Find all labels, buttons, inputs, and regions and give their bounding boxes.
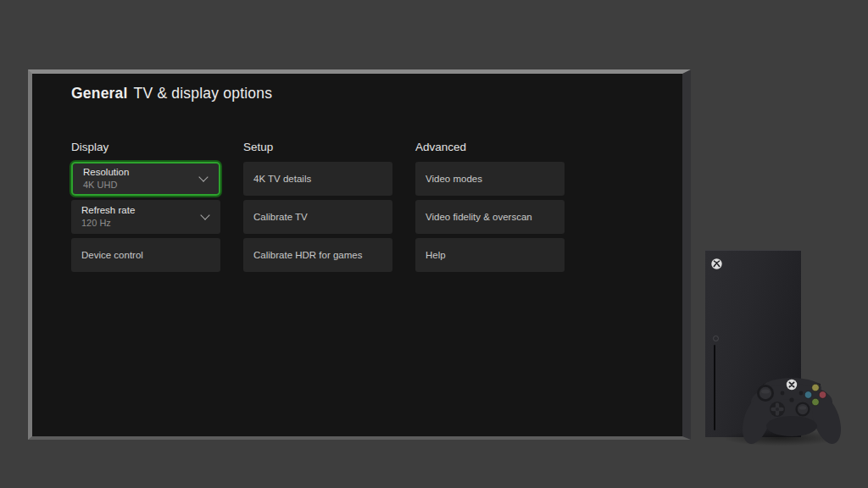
- column-advanced: Advanced Video modes Video fidelity & ov…: [415, 141, 565, 272]
- tile-label: Resolution: [83, 167, 195, 178]
- advanced-tiles: Video modes Video fidelity & overscan He…: [415, 162, 565, 272]
- console-disc-slot: [714, 345, 715, 430]
- tile-video-fidelity-overscan[interactable]: Video fidelity & overscan: [415, 200, 565, 234]
- chevron-down-icon: [198, 172, 208, 181]
- tile-value: 4K UHD: [83, 180, 195, 191]
- settings-columns: Display Resolution 4K UHD Refresh rate 1…: [71, 141, 565, 272]
- tile-calibrate-tv[interactable]: Calibrate TV: [243, 200, 392, 234]
- tile-label: Refresh rate: [81, 205, 197, 216]
- tile-label: Calibrate HDR for games: [253, 250, 369, 261]
- tile-resolution[interactable]: Resolution 4K UHD: [71, 162, 220, 196]
- tile-label: Device control: [81, 250, 197, 261]
- display-tiles: Resolution 4K UHD Refresh rate 120 Hz De…: [71, 162, 220, 272]
- page-title: GeneralTV & display options: [71, 85, 272, 103]
- tile-label: Video fidelity & overscan: [426, 212, 541, 223]
- column-display: Display Resolution 4K UHD Refresh rate 1…: [71, 141, 220, 272]
- page-title-subtitle: TV & display options: [134, 85, 273, 102]
- xbox-controller: [739, 374, 846, 452]
- tile-label: 4K TV details: [253, 174, 369, 185]
- tile-help[interactable]: Help: [415, 238, 565, 272]
- column-header-setup: Setup: [243, 141, 392, 153]
- tile-calibrate-hdr[interactable]: Calibrate HDR for games: [243, 238, 392, 272]
- tv-frame: GeneralTV & display options Display Reso…: [28, 69, 691, 440]
- page-title-section: General: [71, 85, 128, 102]
- tile-refresh-rate[interactable]: Refresh rate 120 Hz: [71, 200, 220, 234]
- tile-label: Help: [426, 250, 541, 261]
- tile-label: Calibrate TV: [253, 212, 369, 223]
- tile-video-modes[interactable]: Video modes: [415, 162, 565, 196]
- column-header-display: Display: [71, 141, 220, 153]
- chevron-down-icon: [200, 210, 209, 219]
- xbox-logo-icon: [710, 258, 723, 270]
- setup-tiles: 4K TV details Calibrate TV Calibrate HDR…: [243, 162, 392, 272]
- tile-4k-tv-details[interactable]: 4K TV details: [243, 162, 392, 196]
- tv-screen: GeneralTV & display options Display Reso…: [32, 74, 682, 436]
- column-header-advanced: Advanced: [415, 141, 565, 153]
- console-eject-button: [713, 336, 719, 341]
- tile-value: 120 Hz: [81, 218, 197, 229]
- tile-label: Video modes: [426, 174, 541, 185]
- tile-device-control[interactable]: Device control: [71, 238, 220, 272]
- column-setup: Setup 4K TV details Calibrate TV Calibra…: [243, 141, 392, 272]
